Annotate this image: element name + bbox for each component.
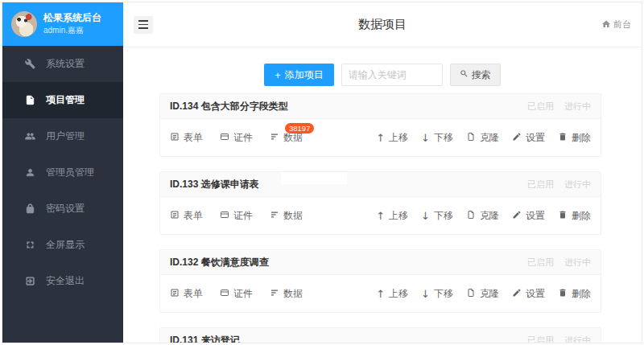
page-title: 数据项目 — [123, 17, 642, 32]
arrow-up-icon: ↑ — [376, 211, 385, 221]
sidebar-item-label: 系统设置 — [46, 57, 85, 71]
move-up-link[interactable]: ↑ 上移 — [376, 287, 408, 301]
form-link[interactable]: 表单 — [170, 209, 203, 223]
data-link[interactable]: 数据 38197 — [270, 131, 303, 145]
status-progress-badge[interactable]: 进行中 — [564, 257, 591, 269]
hamburger-menu-button[interactable] — [134, 16, 153, 34]
certificate-link[interactable]: 证件 — [220, 131, 253, 145]
plus-icon: + — [275, 70, 281, 80]
project-card: ID.133 选修课申请表 已启用 进行中 表单 — [159, 171, 601, 235]
user-icon — [24, 167, 35, 179]
project-title: ID.134 包含大部分字段类型 — [170, 100, 288, 113]
brand-title: 松果系统后台 — [43, 12, 101, 24]
project-list: ID.134 包含大部分字段类型 已启用 进行中 表单 — [123, 86, 642, 343]
form-icon — [170, 210, 180, 222]
delete-link[interactable]: 删除 — [558, 287, 591, 301]
redaction-patch — [281, 172, 347, 184]
delete-link[interactable]: 删除 — [558, 131, 591, 145]
id-card-icon — [220, 132, 229, 144]
settings-link[interactable]: 设置 — [512, 209, 545, 223]
sidebar-item-password-settings[interactable]: 密码设置 — [2, 191, 123, 227]
clone-link[interactable]: 克隆 — [466, 209, 499, 223]
status-progress-badge[interactable]: 进行中 — [564, 179, 591, 191]
users-icon — [24, 131, 35, 142]
sidebar-item-logout[interactable]: 安全退出 — [2, 263, 123, 299]
form-link[interactable]: 表单 — [170, 287, 203, 301]
home-icon — [601, 19, 611, 31]
move-down-link[interactable]: ↓ 下移 — [421, 131, 453, 145]
form-link[interactable]: 表单 — [170, 131, 203, 145]
settings-link[interactable]: 设置 — [512, 131, 545, 145]
search-icon — [460, 69, 469, 80]
sidebar-item-fullscreen[interactable]: 全屏显示 — [2, 227, 123, 263]
topbar: 数据项目 前台 — [123, 2, 642, 47]
form-icon — [170, 288, 180, 300]
search-input[interactable] — [341, 64, 443, 86]
brand-header: 松果系统后台 admin.嘉嘉 — [2, 2, 123, 46]
search-button[interactable]: 搜索 — [450, 64, 501, 86]
arrow-down-icon: ↓ — [421, 211, 430, 221]
data-icon — [270, 288, 279, 300]
clone-icon — [466, 210, 476, 222]
arrow-down-icon: ↓ — [421, 289, 430, 299]
project-title: ID.133 选修课申请表 — [170, 178, 259, 191]
arrow-up-icon: ↑ — [376, 133, 385, 143]
status-progress-badge[interactable]: 进行中 — [564, 101, 591, 113]
sidebar: 松果系统后台 admin.嘉嘉 系统设置 项目管理 用户管 — [2, 2, 123, 343]
status-enabled-badge[interactable]: 已启用 — [527, 335, 554, 343]
move-up-link[interactable]: ↑ 上移 — [376, 209, 408, 223]
data-link[interactable]: 数据 — [270, 209, 303, 223]
frontend-link[interactable]: 前台 — [601, 18, 631, 31]
project-title: ID.132 餐饮满意度调查 — [170, 256, 269, 269]
sidebar-item-user-management[interactable]: 用户管理 — [2, 118, 123, 154]
data-count-badge: 38197 — [285, 123, 314, 134]
arrow-down-icon: ↓ — [421, 133, 430, 143]
brand-subtitle: admin.嘉嘉 — [43, 26, 101, 36]
add-project-button[interactable]: + 添加项目 — [264, 64, 334, 86]
avatar[interactable] — [11, 11, 37, 37]
certificate-link[interactable]: 证件 — [220, 209, 253, 223]
status-enabled-badge[interactable]: 已启用 — [527, 101, 554, 113]
sidebar-item-system-settings[interactable]: 系统设置 — [2, 46, 123, 82]
logout-icon — [24, 276, 35, 287]
file-icon — [24, 95, 35, 106]
sidebar-item-project-management[interactable]: 项目管理 — [2, 82, 123, 118]
trash-icon — [558, 288, 568, 300]
move-down-link[interactable]: ↓ 下移 — [421, 287, 453, 301]
sidebar-item-label: 密码设置 — [46, 202, 85, 216]
sidebar-item-label: 管理员管理 — [46, 166, 94, 179]
certificate-link[interactable]: 证件 — [220, 287, 253, 301]
data-icon — [270, 132, 279, 144]
form-icon — [170, 132, 180, 144]
project-card: ID.132 餐饮满意度调查 已启用 进行中 表单 — [159, 249, 601, 313]
app-window: 松果系统后台 admin.嘉嘉 系统设置 项目管理 用户管 — [2, 2, 642, 343]
trash-icon — [558, 132, 568, 144]
move-down-link[interactable]: ↓ 下移 — [421, 209, 453, 223]
id-card-icon — [220, 288, 229, 300]
lock-icon — [24, 203, 35, 215]
clone-link[interactable]: 克隆 — [466, 287, 499, 301]
pencil-icon — [512, 132, 522, 144]
fullscreen-icon — [24, 240, 35, 251]
clone-icon — [466, 288, 476, 300]
settings-link[interactable]: 设置 — [512, 287, 545, 301]
clone-icon — [466, 132, 476, 144]
move-up-link[interactable]: ↑ 上移 — [376, 131, 408, 145]
data-link[interactable]: 数据 — [270, 287, 303, 301]
wrench-icon — [24, 59, 35, 70]
sidebar-item-label: 项目管理 — [46, 93, 85, 107]
project-title: ID.131 来访登记 — [170, 334, 240, 343]
status-progress-badge[interactable]: 进行中 — [564, 335, 591, 343]
sidebar-item-label: 安全退出 — [46, 274, 85, 288]
status-enabled-badge[interactable]: 已启用 — [527, 179, 554, 191]
pencil-icon — [512, 210, 522, 222]
project-card: ID.131 来访登记 已启用 进行中 表单 — [159, 327, 601, 343]
clone-link[interactable]: 克隆 — [466, 131, 499, 145]
sidebar-item-label: 全屏显示 — [46, 238, 85, 252]
sidebar-item-admin-management[interactable]: 管理员管理 — [2, 154, 123, 191]
status-enabled-badge[interactable]: 已启用 — [527, 257, 554, 269]
sidebar-nav: 系统设置 项目管理 用户管理 管理员管理 — [2, 46, 123, 299]
content-area: + 添加项目 搜索 ID.134 包含大部分字段类型 — [123, 47, 642, 343]
delete-link[interactable]: 删除 — [558, 209, 591, 223]
id-card-icon — [220, 210, 229, 222]
